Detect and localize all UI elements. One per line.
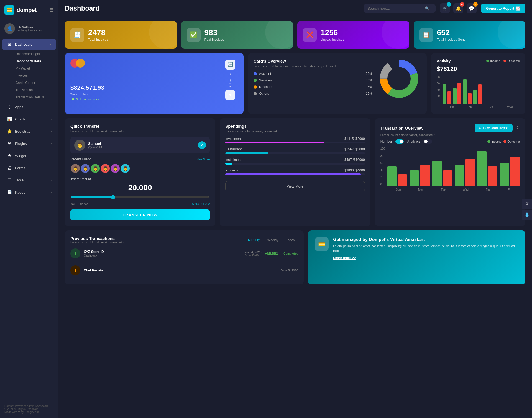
view-more-button[interactable]: View More	[225, 181, 365, 191]
quick-transfer-title: Quick Transfer	[70, 124, 125, 129]
tab-weekly[interactable]: Weekly	[264, 237, 282, 243]
tab-today[interactable]: Today	[283, 237, 298, 243]
analytics-toggle[interactable]	[395, 139, 404, 144]
bar-mon-outcome	[457, 83, 461, 104]
friend-avatar-2: 👩	[80, 163, 90, 173]
stat-card-sent-invoices: 📋 652 Total Invoices Sent	[414, 21, 526, 49]
sidebar-item-widget[interactable]: ⚙ Widget	[2, 150, 56, 161]
sidebar-item-dashboard[interactable]: ⊞ Dashboard ▼	[2, 39, 56, 50]
total-invoices-icon: 🧾	[70, 28, 84, 42]
cards-overview: Card's Overview Lorem ipsum dolor sit am…	[248, 53, 427, 114]
bar-tue-outcome	[468, 93, 472, 104]
apps-icon: ⬡	[7, 104, 12, 110]
spending-property: Property $3890 /$4000	[225, 168, 365, 175]
logo-icon: 💳	[4, 5, 14, 15]
cards-overview-title: Card's Overview	[254, 59, 372, 63]
sidebar-item-forms[interactable]: 🖨 Forms ›	[2, 162, 56, 173]
co-services-percent: 40%	[366, 78, 372, 82]
header: Dashboard 🔍 🛒 2 🔔 12 💬 5 Generate Report…	[58, 0, 532, 17]
sub-nav-invoices[interactable]: Invoices	[11, 72, 58, 79]
sidebar-item-plugins[interactable]: ❤ Plugins ›	[2, 138, 56, 149]
settings-side-button[interactable]: ⚙	[522, 199, 532, 209]
txn-bar-sun-outcome	[398, 174, 408, 186]
spending-investment-label: Investment	[225, 137, 242, 141]
txn-menu-icon[interactable]: ⋮	[515, 125, 520, 131]
unpaid-invoices-label: Unpaid Invoices	[321, 38, 344, 42]
bar-sun-outcome	[447, 91, 451, 104]
see-more-link[interactable]: See More	[197, 158, 210, 161]
sidebar-item-pages[interactable]: 📄 Pages ›	[2, 187, 56, 198]
widget-icon: ⚙	[7, 153, 12, 158]
txn-bar-chart	[387, 147, 520, 186]
co-item-restaurant: Restaurant 15%	[254, 85, 372, 89]
sidebar-item-bootstrap[interactable]: ⭐ Bootstrap ›	[2, 126, 56, 137]
insert-amount-label: Insert Amount	[70, 177, 210, 181]
chevron-right-icon: ›	[51, 106, 52, 109]
wallet-refresh-button[interactable]: 🔄	[225, 60, 235, 70]
outcome-legend-label: Outcome	[507, 59, 520, 63]
spending-installment: Installment $487 /$10000	[225, 158, 365, 165]
tx-amount-1: +$5,553	[265, 252, 278, 256]
sent-invoices-icon: 📋	[419, 28, 433, 42]
txn-bar-thu-outcome	[488, 166, 497, 186]
friend-avatar-3: 👩	[90, 163, 100, 173]
charts-icon: 📊	[7, 116, 12, 122]
quick-transfer-menu-icon[interactable]: ⋮	[205, 124, 210, 130]
messages-button[interactable]: 💬 5	[467, 3, 477, 13]
sidebar-footer: Dompet Payment Admin Dashboard © 2021 Al…	[0, 400, 58, 418]
va-icon: 💳	[315, 237, 329, 251]
va-title: Get managed by Dompet's Virtual Assistan…	[333, 237, 519, 242]
sub-nav-cards-center[interactable]: Cards Center	[11, 79, 58, 86]
tx-name-2: Chef Renata	[84, 268, 277, 272]
contact-avatar: 👨	[74, 140, 85, 151]
tx-time-1: 05:34:45 AM	[244, 254, 262, 257]
wallet-chevron-button[interactable]: ▼	[225, 90, 235, 100]
dashboard-icon: ⊞	[7, 42, 12, 47]
stat-card-total-invoices: 🧾 2478 Total Invoices	[65, 21, 177, 49]
txn-bar-tue-outcome	[443, 170, 452, 186]
cards-overview-desc: Lorem ipsum dolor sit amet, consectetur …	[254, 65, 372, 68]
table-icon: ☰	[7, 177, 12, 183]
tx-status-1: Completed	[283, 252, 298, 255]
sub-nav-dashboard-dark[interactable]: Dashboard Dark	[11, 58, 58, 65]
prev-tx-desc: Lorem ipsum dolor sit amet, consectetur	[70, 241, 125, 244]
sidebar-item-charts[interactable]: 📊 Charts ›	[2, 114, 56, 125]
sub-nav-transaction[interactable]: Transaction	[11, 86, 58, 94]
txn-income-label: Income	[491, 140, 501, 143]
sub-nav-transaction-details[interactable]: Transaction Details	[11, 94, 58, 101]
tab-group: Monthly Weekly Today	[245, 237, 298, 243]
avatar: 👤	[4, 23, 15, 34]
generate-report-button[interactable]: Generate Report 📈	[481, 4, 525, 13]
virtual-assistant-card: 💳 Get managed by Dompet's Virtual Assist…	[308, 230, 525, 284]
wallet-amount: $824,571.93	[70, 84, 213, 91]
sub-nav-dashboard-light[interactable]: Dashboard Light	[11, 50, 58, 58]
total-invoices-number: 2478	[88, 28, 108, 37]
download-report-button[interactable]: ⬇ Download Report	[475, 124, 513, 132]
activity-amount: $78120	[437, 65, 520, 73]
water-drop-side-button[interactable]: 💧	[522, 210, 532, 220]
transfer-now-button[interactable]: TRANSFER NOW	[70, 209, 210, 220]
sub-nav-my-wallet[interactable]: My Wallet	[11, 65, 58, 72]
notifications-badge: 12	[460, 2, 464, 7]
table-row: ⬇ XYZ Store ID Cashback June 4, 2020 05:…	[70, 245, 298, 262]
txn-overview-title: Transaction Overview	[380, 126, 423, 130]
secondary-toggle[interactable]	[424, 139, 432, 144]
sidebar-item-apps[interactable]: ⬡ Apps ›	[2, 101, 56, 112]
bar-tue-income	[463, 79, 467, 104]
footer-line1: Dompet Payment Admin Dashboard	[4, 404, 54, 407]
tx-date-2: June 5, 2020	[281, 269, 298, 272]
search-input[interactable]	[367, 6, 423, 11]
tab-monthly[interactable]: Monthly	[245, 237, 263, 243]
bar-wed-outcome	[478, 84, 482, 104]
chevron-right-icon2: ›	[51, 118, 52, 121]
cart-button[interactable]: 🛒 2	[440, 3, 450, 13]
notifications-button[interactable]: 🔔 12	[453, 3, 463, 13]
logo-text: dompet	[17, 7, 37, 13]
hamburger-icon[interactable]: ☰	[49, 7, 54, 13]
va-learn-more-link[interactable]: Learn more >>	[333, 256, 356, 260]
friends-avatars: 👩 👩 👩 👩 👩 👩	[70, 163, 210, 173]
amount-slider[interactable]	[70, 195, 210, 199]
sidebar-item-table[interactable]: ☰ Table ›	[2, 175, 56, 186]
unpaid-invoices-number: 1256	[321, 28, 344, 37]
spendings-menu-icon[interactable]: ⋮	[360, 124, 365, 130]
